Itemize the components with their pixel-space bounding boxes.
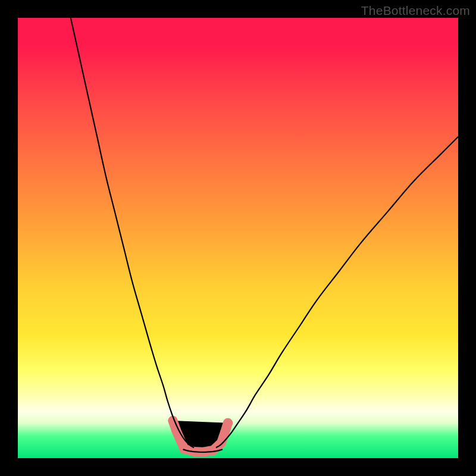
marker-dot <box>180 444 189 453</box>
curve-paths <box>71 18 458 452</box>
chart-frame: TheBottleneck.com <box>0 0 476 476</box>
watermark-text: TheBottleneck.com <box>361 4 470 18</box>
series-right-branch <box>216 137 458 447</box>
series-left-branch <box>71 18 194 447</box>
chart-svg <box>18 18 458 458</box>
marker-dot <box>223 418 233 428</box>
